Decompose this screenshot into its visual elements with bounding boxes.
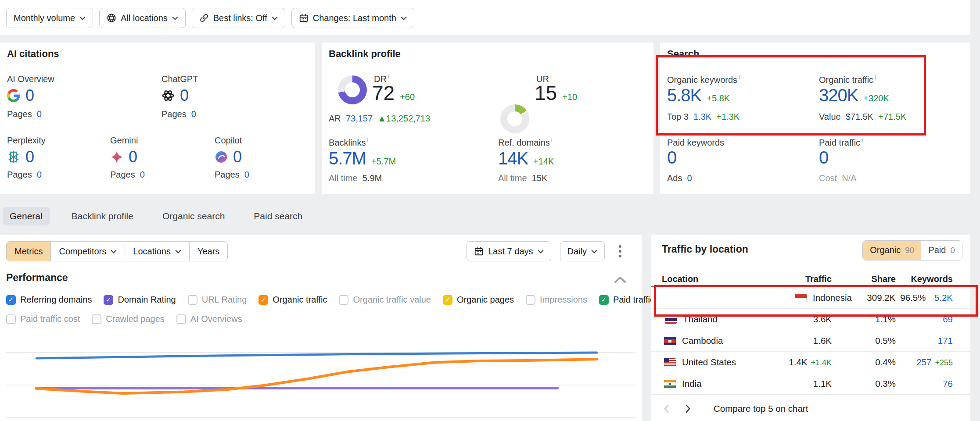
segment-years[interactable]: Years	[190, 242, 227, 261]
ar-value-link[interactable]: 73,157	[346, 114, 373, 123]
copilot-pages: Pages 0	[215, 170, 249, 180]
granularity-dropdown[interactable]: Daily	[560, 241, 605, 261]
backlink-profile-title: Backlink profile	[329, 48, 401, 60]
tab-general[interactable]: General	[3, 207, 50, 225]
top3-value-link[interactable]: 1.3K	[693, 112, 711, 121]
toggle-organic[interactable]: Organic 90	[863, 241, 921, 260]
chevron-down-icon	[111, 250, 117, 253]
checkbox-checked-icon: ✓	[599, 295, 609, 305]
ai-overview-pages: Pages 0	[7, 109, 42, 119]
share-value: 96.5%	[895, 293, 926, 303]
toggle-paid[interactable]: Paid 0	[921, 241, 962, 260]
compare-top5-link[interactable]: Compare top 5 on chart	[714, 403, 808, 414]
info-icon: i	[550, 73, 552, 80]
gemini-label: Gemini	[110, 136, 138, 146]
traffic-value: 3.6K	[813, 314, 832, 325]
checkbox-organic-traffic[interactable]: ✓ Organic traffic	[258, 295, 327, 305]
paid-keywords-value[interactable]: 0	[667, 148, 676, 168]
next-page-icon[interactable]	[684, 404, 693, 413]
checkbox-organic-traffic-value[interactable]: Organic traffic value	[339, 295, 431, 305]
share-value: 1.1%	[832, 314, 896, 325]
chevron-down-icon	[272, 16, 278, 20]
checkbox-crawled-pages[interactable]: Crawled pages	[92, 314, 164, 324]
locations-dropdown[interactable]: All locations	[99, 8, 186, 28]
organic-traffic-value[interactable]: 320K	[819, 86, 858, 105]
monthly-volume-label: Monthly volume	[14, 13, 75, 23]
checkbox-paid-traffic[interactable]: ✓ Paid traffic	[599, 295, 654, 305]
united-states-flag-icon	[664, 358, 676, 367]
checkbox-unchecked-icon	[188, 295, 197, 305]
checkbox-domain-rating[interactable]: ✓ Domain Rating	[104, 295, 176, 305]
checkbox-paid-traffic-cost[interactable]: Paid traffic cost	[6, 314, 80, 324]
keywords-link[interactable]: 257	[916, 357, 931, 367]
segment-metrics[interactable]: Metrics	[7, 242, 51, 261]
globe-icon	[107, 13, 116, 23]
tab-backlink-profile[interactable]: Backlink profile	[65, 207, 140, 225]
chevron-down-icon	[401, 16, 407, 20]
perplexity-pages: Pages 0	[7, 170, 42, 180]
ref-domains-value[interactable]: 14K	[498, 149, 528, 168]
url-rating-donut	[500, 104, 529, 133]
traffic-by-location-title: Traffic by location	[662, 243, 748, 255]
best-links-dropdown[interactable]: Best links: Off	[192, 8, 285, 28]
best-links-label: Best links: Off	[213, 13, 267, 23]
ai-citations-title: AI citationsi	[7, 48, 61, 60]
metric-checkbox-row-1: ✓ Referring domains ✓ Domain Rating URL …	[6, 295, 654, 305]
changes-label: Changes: Last month	[313, 13, 396, 23]
tab-organic-search[interactable]: Organic search	[155, 207, 232, 225]
location-row-india[interactable]: India 1.1K 0.3% 76	[651, 373, 970, 395]
calendar-icon	[474, 246, 484, 256]
checkbox-impressions[interactable]: Impressions	[526, 295, 587, 305]
checkbox-referring-domains[interactable]: ✓ Referring domains	[6, 295, 92, 305]
copilot-pages-link[interactable]: 0	[244, 170, 249, 179]
chatgpt-pages-link[interactable]: 0	[191, 109, 196, 119]
gemini-pages-link[interactable]: 0	[140, 170, 145, 179]
top3-row: Top 3 1.3K +1.3K	[667, 112, 739, 122]
changes-dropdown[interactable]: Changes: Last month	[291, 8, 414, 28]
gemini-icon	[110, 150, 123, 164]
up-triangle-icon: ▲	[377, 114, 386, 123]
organic-keywords-value[interactable]: 5.8K	[667, 86, 701, 105]
location-row-thailand[interactable]: Thailand 3.6K 1.1% 69	[651, 309, 970, 330]
tab-paid-search[interactable]: Paid search	[247, 207, 309, 225]
ai-overview-pages-link[interactable]: 0	[37, 109, 42, 119]
location-row-indonesia[interactable]: Indonesia 309.2K 96.5% 5.2K	[651, 287, 970, 309]
traffic-delta: +1.4K	[811, 358, 832, 367]
chatgpt-label: ChatGPT	[162, 74, 198, 84]
monthly-volume-dropdown[interactable]: Monthly volume	[6, 8, 93, 28]
location-row-united-states[interactable]: United States 1.4K +1.4K 0.4% 257 +255	[651, 352, 970, 373]
cost-row: Cost N/A	[819, 173, 857, 183]
prev-page-icon[interactable]	[662, 404, 671, 413]
kebab-menu-icon[interactable]	[614, 242, 627, 261]
info-icon: i	[388, 73, 389, 80]
location-table-header: Location Traffic Share Keywords	[651, 271, 970, 287]
perplexity-label: Perplexity	[7, 136, 46, 146]
collapse-section-icon[interactable]	[614, 276, 626, 283]
chatgpt-value: 0	[180, 86, 188, 105]
keywords-link[interactable]: 171	[938, 335, 953, 346]
top3-delta: +1.3K	[716, 112, 739, 121]
ref-domains-alltime: All time 15K	[498, 173, 547, 183]
segment-competitors[interactable]: Competitors	[51, 242, 125, 261]
checkbox-organic-pages[interactable]: ✓ Organic pages	[443, 295, 514, 305]
date-range-dropdown[interactable]: Last 7 days	[467, 241, 551, 261]
backlinks-value[interactable]: 5.7M	[329, 149, 366, 168]
keywords-link[interactable]: 5.2K	[934, 293, 953, 303]
search-title: Search	[667, 48, 699, 60]
paid-traffic-value[interactable]: 0	[819, 148, 828, 168]
thailand-flag-icon	[665, 315, 677, 324]
copilot-icon	[215, 150, 228, 164]
checkbox-url-rating[interactable]: URL Rating	[188, 295, 247, 305]
chatgpt-pages: Pages 0	[162, 109, 196, 119]
keywords-link[interactable]: 69	[943, 314, 953, 325]
ads-value-link[interactable]: 0	[687, 173, 692, 183]
perplexity-pages-link[interactable]: 0	[37, 170, 42, 179]
checkbox-checked-icon: ✓	[443, 295, 452, 305]
keywords-link[interactable]: 76	[943, 378, 953, 389]
checkbox-ai-overviews[interactable]: AI Overviews	[176, 314, 242, 324]
segment-locations[interactable]: Locations	[125, 242, 190, 261]
copilot-value: 0	[233, 148, 241, 166]
cambodia-flag-icon	[664, 337, 676, 345]
ref-domains-delta: +14K	[533, 157, 554, 167]
location-row-cambodia[interactable]: Cambodia 1.6K 0.5% 171	[651, 330, 970, 352]
